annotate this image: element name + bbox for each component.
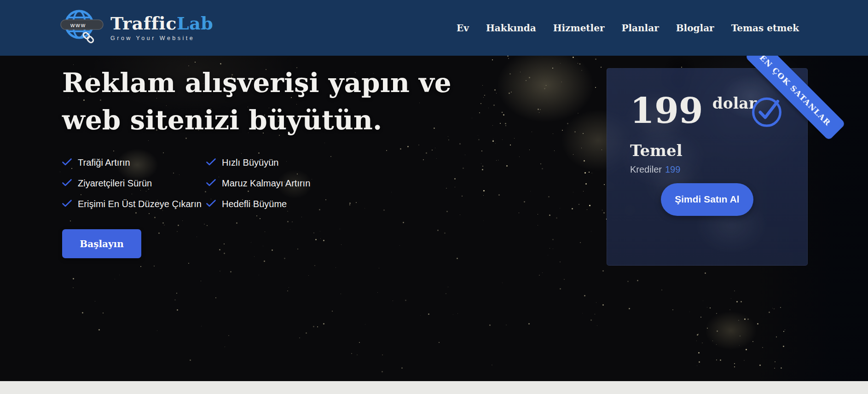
check-icon (206, 178, 216, 189)
credits-line: Krediler199 (630, 164, 784, 175)
hero-heading-line2: web sitenizi büyütün. (62, 104, 382, 136)
credits-value: 199 (665, 164, 680, 174)
nav-item-bloglar[interactable]: Bloglar (676, 23, 714, 34)
feature-item: Hızlı Büyüyün (206, 156, 451, 169)
check-icon (62, 157, 72, 168)
nav-item-hakkinda[interactable]: Hakkında (486, 23, 536, 34)
next-section-strip (0, 381, 868, 394)
hero-content: Reklam alışverişi yapın ve web sitenizi … (62, 64, 451, 258)
feature-item: Erişimi En Üst Düzeye Çıkarın (62, 197, 206, 211)
feature-item: Maruz Kalmayı Artırın (206, 176, 451, 190)
landing-page: www TrafficLab Grow Your Website Ev Hakk… (0, 0, 868, 394)
feature-label: Hedefli Büyüme (222, 199, 287, 209)
check-circle-icon (750, 94, 783, 127)
feature-item: Ziyaretçileri Sürün (62, 176, 206, 190)
main-nav: Ev Hakkında Hizmetler Planlar Bloglar Te… (457, 23, 799, 34)
nav-item-ev[interactable]: Ev (457, 23, 469, 34)
pricing-card: 199 dolar Temel Krediler199 Şimdi Satın … (607, 68, 808, 266)
hero-heading-line1: Reklam alışverişi yapın ve (62, 67, 451, 98)
feature-item: Trafiği Artırın (62, 156, 206, 169)
brand-name-accent: Lab (177, 13, 213, 34)
check-icon (206, 157, 216, 168)
check-icon (62, 199, 72, 209)
feature-label: Hızlı Büyüyün (222, 157, 278, 168)
brand-text: TrafficLab Grow Your Website (110, 14, 213, 41)
check-icon (62, 178, 72, 189)
price-value: 199 (630, 93, 703, 129)
feature-item: Hedefli Büyüme (206, 197, 451, 211)
check-icon (206, 199, 216, 209)
site-header: www TrafficLab Grow Your Website Ev Hakk… (0, 0, 868, 56)
globe-www-icon: www (60, 9, 104, 47)
brand-name: TrafficLab (110, 14, 213, 33)
brand-tagline: Grow Your Website (110, 35, 213, 41)
feature-label: Trafiği Artırın (78, 157, 130, 168)
feature-label: Erişimi En Üst Düzeye Çıkarın (78, 199, 202, 209)
feature-label: Maruz Kalmayı Artırın (222, 178, 310, 189)
nav-item-temas-etmek[interactable]: Temas etmek (731, 23, 799, 34)
nav-item-planlar[interactable]: Planlar (621, 23, 659, 34)
brand-logo[interactable]: www TrafficLab Grow Your Website (60, 9, 213, 47)
feature-list: Trafiği Artırın Hızlı Büyüyün Ziyaretçil… (62, 156, 451, 211)
hero-heading: Reklam alışverişi yapın ve web sitenizi … (62, 64, 451, 139)
get-started-button[interactable]: Başlayın (62, 229, 141, 258)
credits-label: Krediler (630, 164, 662, 174)
svg-text:www: www (70, 22, 86, 29)
plan-name: Temel (630, 141, 784, 160)
buy-now-button[interactable]: Şimdi Satın Al (661, 183, 753, 216)
nav-item-hizmetler[interactable]: Hizmetler (553, 23, 605, 34)
feature-label: Ziyaretçileri Sürün (78, 178, 152, 189)
